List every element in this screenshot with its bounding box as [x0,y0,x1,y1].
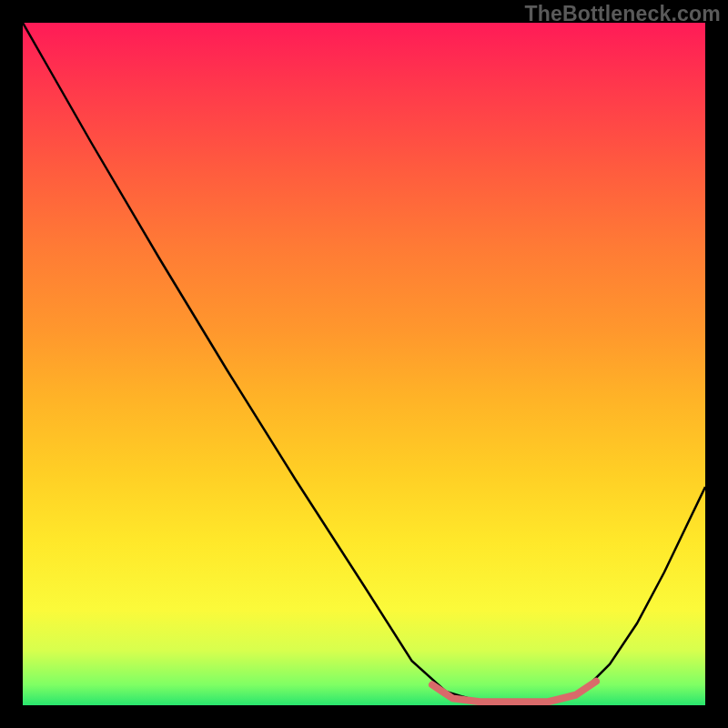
valley-highlight [432,682,596,703]
curve-layer [23,23,705,705]
chart-frame: TheBottleneck.com [0,0,728,728]
plot-area [23,23,705,705]
bottleneck-curve [23,23,705,702]
